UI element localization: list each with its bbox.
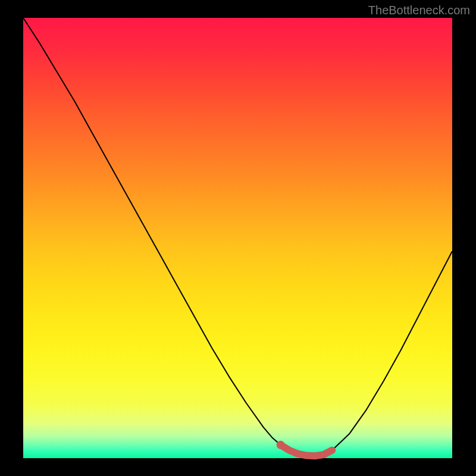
chart-plot-area [23,18,452,458]
chart-svg [23,18,452,458]
watermark-text: TheBottleneck.com [368,4,470,17]
chart-optimal-marker [281,445,333,456]
chart-curve [23,18,452,456]
chart-marker-start-dot [277,441,285,449]
